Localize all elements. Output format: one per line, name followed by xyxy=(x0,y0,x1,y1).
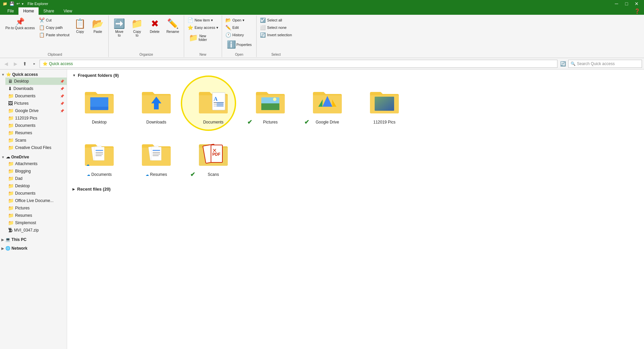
sidebar-section-quick-access[interactable]: ▼ ⭐ Quick access xyxy=(0,71,67,78)
history-button[interactable]: 🕐 History xyxy=(224,32,245,38)
history-icon: 🕐 xyxy=(225,32,231,38)
pin-indicator: 📌 xyxy=(60,80,64,83)
pin-label: Pin to Quick access xyxy=(5,26,35,30)
sidebar-item-112019-pics[interactable]: 📁 112019 Pics xyxy=(5,114,67,122)
sidebar-dad[interactable]: 📁Dad xyxy=(5,175,67,182)
up-button[interactable]: ⬆ xyxy=(21,60,29,68)
sidebar-section-onedrive[interactable]: ▼ ☁ OneDrive xyxy=(0,153,67,160)
paste-button[interactable]: 📂 Paste xyxy=(89,17,106,35)
sidebar-documents-od[interactable]: 📁Documents xyxy=(5,190,67,197)
folder-desktop[interactable]: Desktop xyxy=(72,82,126,128)
back-button[interactable]: ◀ xyxy=(2,60,10,68)
edit-button[interactable]: ✏️ Edit xyxy=(224,24,240,31)
folder-downloads[interactable]: Downloads xyxy=(129,82,183,128)
folder-scans[interactable]: PDF ✕ ✔ Scans xyxy=(186,134,240,180)
quick-access-toolbar-expand[interactable]: ▾ xyxy=(22,2,23,6)
address-path[interactable]: ⭐ Quick access xyxy=(40,60,557,68)
copy-to-button[interactable]: 📁 Copy to xyxy=(128,17,146,39)
copy-button[interactable]: 📋 Copy xyxy=(71,17,89,35)
sidebar-item-creative-cloud[interactable]: 📁 Creative Cloud Files xyxy=(5,144,67,151)
sidebar-item-google-drive[interactable]: 📁 Google Drive 📌 xyxy=(5,107,67,114)
select-all-label: Select all xyxy=(267,18,282,22)
invert-selection-button[interactable]: 🔄 Invert selection xyxy=(259,32,293,38)
folder-onedrive-resumes[interactable]: ☁ Resumes xyxy=(129,134,183,180)
forward-button[interactable]: ▶ xyxy=(11,60,19,68)
sidebar-resumes-od[interactable]: 📁Resumes xyxy=(5,212,67,219)
onedrive-resumes-name: ☁ Resumes xyxy=(146,172,167,177)
paste-shortcut-button[interactable]: 📋 Paste shortcut xyxy=(38,32,71,38)
scans-icon: 📁 xyxy=(8,138,14,143)
sidebar-simplemost[interactable]: 📁Simplemost xyxy=(5,219,67,227)
properties-button[interactable]: ℹ️ Properties xyxy=(224,39,255,50)
sidebar-item-resumes[interactable]: 📁 Resumes xyxy=(5,129,67,137)
select-all-button[interactable]: ☑️ Select all xyxy=(259,17,283,23)
sidebar-office-live[interactable]: 📁Office Live Docume... xyxy=(5,197,67,204)
ribbon-help-icon[interactable]: ❓ xyxy=(634,8,640,14)
minimize-button[interactable]: ─ xyxy=(612,1,621,7)
copy-path-button[interactable]: 📋 Copy path xyxy=(38,24,71,31)
paste-shortcut-label: Paste shortcut xyxy=(46,33,69,37)
sidebar-blogging[interactable]: 📁Blogging xyxy=(5,167,67,175)
sidebar-item-desktop[interactable]: 🖥 Desktop 📌 xyxy=(5,78,67,85)
sidebar-section-network[interactable]: ▶ 🌐 Network xyxy=(0,245,67,251)
sidebar-item-documents[interactable]: 📁 Documents 📌 xyxy=(5,92,67,100)
desktop-folder-name: Desktop xyxy=(92,120,107,124)
frequent-folders-title: Frequent folders (9) xyxy=(78,73,119,78)
address-crumb[interactable]: Quick access xyxy=(49,61,73,66)
refresh-button[interactable]: 🔄 xyxy=(559,60,567,68)
new-item-button[interactable]: 📄 New item ▾ xyxy=(186,17,214,23)
sidebar-desktop-od[interactable]: 📁Desktop xyxy=(5,182,67,190)
folder-pictures[interactable]: ✔ Pictures xyxy=(244,82,297,128)
delete-button[interactable]: ✖ Delete xyxy=(146,17,163,35)
quick-access-toolbar-undo[interactable]: ↩ xyxy=(16,1,20,6)
sidebar-mvi[interactable]: 🗜MVI_0347.zip xyxy=(5,227,67,234)
address-star-icon: ⭐ xyxy=(43,61,48,66)
network-expand-icon: ▶ xyxy=(1,247,4,250)
maximize-button[interactable]: □ xyxy=(622,1,631,7)
search-box[interactable]: 🔍 Search Quick access xyxy=(568,60,642,68)
easy-access-button[interactable]: ⭐ Easy access ▾ xyxy=(186,24,220,31)
tab-home[interactable]: Home xyxy=(18,7,39,15)
quick-access-toolbar-save[interactable]: 💾 xyxy=(9,1,14,6)
new-folder-button[interactable]: 📁 New folder xyxy=(186,32,210,44)
sidebar-section-this-pc[interactable]: ▶ 💻 This PC xyxy=(0,236,67,243)
tab-view[interactable]: View xyxy=(59,7,77,15)
title-bar-controls: ─ □ ✕ xyxy=(612,1,641,7)
sidebar-attachments[interactable]: 📁Attachments xyxy=(5,160,67,167)
close-button[interactable]: ✕ xyxy=(632,1,641,7)
cut-button[interactable]: ✂️ Cut xyxy=(38,17,71,23)
folder-onedrive-docs[interactable]: ☁ ☁ Documents xyxy=(72,134,126,180)
sidebar-item-pictures[interactable]: 🖼 Pictures 📌 xyxy=(5,100,67,107)
ribbon-content: 📌 Pin to Quick access ✂️ Cut 📋 Copy path… xyxy=(0,15,644,58)
move-label: Move to xyxy=(115,30,123,37)
recent-files-header[interactable]: ▶ Recent files (20) xyxy=(72,187,639,192)
folder-grid-row1: Desktop Downloads xyxy=(72,82,639,128)
recent-locations-button[interactable]: ▸ xyxy=(30,60,38,68)
pin-to-quick-access-button[interactable]: 📌 Pin to Quick access xyxy=(3,17,37,31)
frequent-folders-header[interactable]: ▼ Frequent folders (9) xyxy=(72,73,639,78)
quick-access-label: ⭐ Quick access xyxy=(6,72,38,77)
folder-grid-row2: ☁ ☁ Documents xyxy=(72,134,639,180)
folder-112019-pics[interactable]: 112019 Pics xyxy=(358,82,411,128)
sidebar-item-documents2[interactable]: 📁 Documents xyxy=(5,122,67,129)
open-button[interactable]: 📂 Open ▾ xyxy=(224,17,246,23)
this-pc-label: 💻 This PC xyxy=(5,237,26,242)
ribbon-group-organize: ➡️ Move to 📁 Copy to ✖ Delete ✏️ Rename … xyxy=(109,15,184,57)
scans-folder-icon: PDF ✕ xyxy=(193,137,233,171)
sidebar-item-downloads[interactable]: ⬇ Downloads 📌 xyxy=(5,85,67,92)
copy-label: Copy xyxy=(76,30,84,34)
cut-label: Cut xyxy=(46,18,52,22)
select-none-button[interactable]: ⬜ Select none xyxy=(259,24,288,31)
rename-button[interactable]: ✏️ Rename xyxy=(164,17,182,35)
sidebar-pictures-od[interactable]: 📁Pictures xyxy=(5,204,67,212)
sidebar-item-scans[interactable]: 📁 Scans xyxy=(5,137,67,144)
folder-google-drive[interactable]: ✔ Google Drive xyxy=(301,82,354,128)
tab-file[interactable]: File xyxy=(3,7,18,15)
easy-access-label: Easy access ▾ xyxy=(195,26,218,30)
tab-share[interactable]: Share xyxy=(39,7,59,15)
onedrive-resumes-icon xyxy=(136,137,176,171)
copy-to-label: Copy to xyxy=(133,30,141,37)
folder-documents[interactable]: A Documents xyxy=(186,82,240,128)
move-to-button[interactable]: ➡️ Move to xyxy=(111,17,128,39)
downloads-folder-icon xyxy=(136,85,176,118)
